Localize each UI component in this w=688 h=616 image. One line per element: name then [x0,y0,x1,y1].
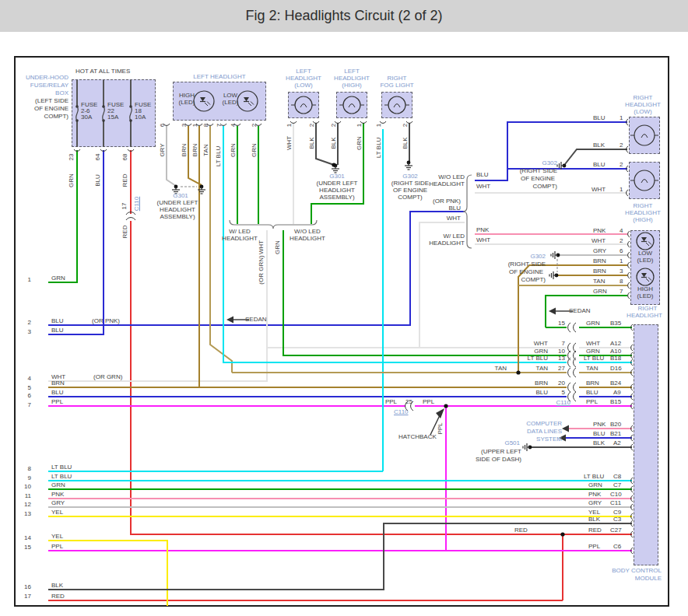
label-a9: A9 [613,390,621,396]
label-c110[interactable]: C110 [134,197,140,212]
wire-RED [131,221,563,534]
label-blu: BLU [593,115,606,121]
label-grn: GRN [586,348,600,355]
bulb-icon [339,96,364,114]
label-grn: GRN [251,143,258,157]
led-icon [637,233,654,250]
label-tan: TAN [495,366,507,372]
label-blk: BLK [588,516,600,523]
label-4: 4 [28,376,31,382]
label-pnk: PNK [593,228,606,234]
label-gry: GRY [588,500,602,506]
bulb-icon [291,96,316,114]
label-b18: B18 [610,355,621,362]
bulb-icon [630,170,658,191]
label-17: 17 [121,203,128,210]
label-tan: TAN [586,366,598,372]
label-body-control: BODY CONTROL [612,568,662,574]
label-1: 1 [356,124,363,127]
label-14: 14 [24,535,31,541]
label-20: 20 [558,380,565,387]
label-g301: G301 [173,193,188,199]
label-lt-blu: LT BLU [376,138,382,158]
wire-GRY [167,126,176,186]
label-low: LOW [638,250,652,257]
label-c9: C9 [613,509,621,516]
label-c110[interactable]: C110 [394,409,409,415]
led-icon [237,91,258,111]
label-grn: GRN [51,482,65,488]
label-a12: A12 [610,341,621,347]
label-or-pnk: (OR PNK) [92,318,120,324]
label-brn: BRN [535,380,548,387]
label-sedan: SEDAN [569,308,591,314]
label-blk: BLK [593,142,605,149]
label-box: BOX [55,90,68,96]
label-left: LEFT [344,68,360,75]
label-10: 10 [558,348,565,355]
label-6: 6 [620,248,623,254]
label-assembly: ASSEMBLY) [319,194,354,201]
label-5: 5 [28,385,31,391]
inline-connector-icon [568,323,576,332]
label-lt-blu: LT BLU [51,474,72,480]
label-led: (LED) [223,100,239,106]
label-7: 7 [562,341,565,347]
label-tan: TAN [593,278,605,285]
label-b15: B15 [610,399,621,405]
label-blu: BLU [51,327,64,334]
label-2: 2 [28,320,31,326]
pin-chevron-icon [628,282,630,289]
label-c27: C27 [610,527,622,534]
label-g302: G302 [402,173,418,180]
wire-GRN [48,150,77,282]
label-yel: YEL [51,534,63,540]
label-left-side: (LEFT SIDE [35,98,68,104]
label-blu: BLU [586,390,598,396]
label-lt-blu: LT BLU [51,464,72,471]
label-1: 1 [620,258,623,264]
label-headlight: HEADLIGHT [334,75,370,82]
label-brn: BRN [593,258,606,264]
label-ppl: PPL [586,399,598,405]
label-g301: G301 [329,173,345,180]
label-red: RED [588,527,602,534]
label-blu: BLU [51,318,64,324]
led-icon [194,91,214,111]
label-2: 2 [620,238,623,244]
label-grn: GRN [586,320,600,327]
label-27: 27 [558,366,565,372]
label-b24: B24 [610,380,621,387]
pin-chevron-icon [628,272,630,278]
label-2: 2 [331,124,337,127]
wire-BLK [48,523,632,590]
label-c11: C11 [610,500,621,506]
label-c110[interactable]: C110 [556,400,570,406]
wire-BLU [48,212,465,325]
label-blu: BLU [593,162,606,168]
label-blk: BLK [331,137,337,149]
label-led: (LED) [637,257,654,264]
label-11: 11 [25,493,31,499]
label-2: 2 [402,124,409,127]
label-high: (HIGH) [342,82,361,89]
pin-chevron-icon [628,252,630,258]
label-low: (LOW) [634,109,652,115]
label-module: MODULE [635,576,662,582]
label-left: LEFT [296,68,311,75]
pin-chevron-icon [628,241,630,247]
label-assembly: ASSEMBLY) [160,214,195,220]
label-64: 64 [95,154,101,161]
label-red: RED [514,527,528,534]
label-3: 3 [620,268,623,275]
label-ppl: PPL [51,399,63,405]
label-red: RED [122,226,128,239]
label-1: 1 [286,124,293,127]
label-7: 7 [620,289,623,295]
label-lt-blu: LT BLU [584,474,604,480]
label-high: HIGH [637,286,653,292]
label-23: 23 [68,154,75,161]
label-c10: C10 [610,492,622,498]
label-headlight: HEADLIGHT [290,236,325,242]
label-grn: GRN [68,173,75,187]
